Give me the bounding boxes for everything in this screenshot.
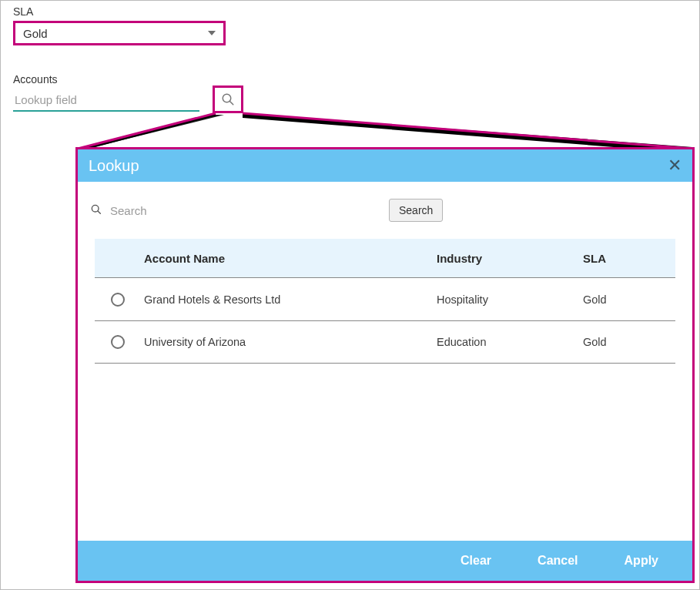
lookup-modal-header: Lookup ✕ [78, 149, 692, 182]
row-industry: Hospitality [437, 293, 583, 306]
lookup-search-button[interactable]: Search [389, 199, 443, 222]
lookup-search-wrap [95, 201, 380, 220]
accounts-label: Accounts [13, 73, 244, 85]
app-frame: SLA Gold Accounts Lookup ✕ [0, 0, 700, 590]
sla-label: SLA [13, 5, 229, 18]
row-radio-cell [95, 293, 141, 307]
lookup-results-grid: Account Name Industry SLA Grand Hotels &… [95, 239, 675, 364]
table-row[interactable]: University of Arizona Education Gold [95, 320, 675, 364]
search-icon [221, 92, 235, 106]
table-row[interactable]: Grand Hotels & Resorts Ltd Hospitality G… [95, 277, 675, 320]
lookup-modal-footer: Clear Cancel Apply [78, 541, 692, 581]
grid-header-name: Account Name [141, 252, 437, 265]
grid-header-sla: SLA [583, 252, 675, 265]
lookup-search-row: Search [95, 199, 675, 222]
accounts-lookup-input[interactable] [13, 89, 199, 112]
row-account-name: Grand Hotels & Resorts Ltd [141, 293, 437, 306]
chevron-down-icon [208, 31, 216, 35]
clear-button[interactable]: Clear [461, 554, 491, 568]
svg-marker-3 [78, 113, 216, 152]
sla-dropdown[interactable]: Gold [13, 21, 226, 45]
svg-line-6 [243, 113, 692, 149]
svg-line-1 [229, 101, 233, 105]
cancel-button[interactable]: Cancel [538, 554, 578, 568]
apply-button[interactable]: Apply [625, 554, 658, 568]
lookup-modal-title: Lookup [89, 157, 139, 175]
row-sla: Gold [583, 336, 675, 348]
grid-header-industry: Industry [437, 252, 583, 265]
row-radio-cell [95, 335, 141, 349]
row-account-name: University of Arizona [141, 336, 437, 348]
svg-marker-2 [78, 115, 224, 150]
accounts-lookup-search-button[interactable] [213, 85, 243, 113]
accounts-field-group: Accounts [13, 73, 244, 112]
lookup-modal: Lookup ✕ Search Account Name Indust [75, 147, 695, 583]
lookup-search-input[interactable] [95, 201, 260, 220]
grid-header-row: Account Name Industry SLA [95, 239, 675, 277]
row-sla: Gold [583, 293, 675, 306]
row-industry: Education [437, 336, 583, 348]
svg-line-5 [78, 113, 216, 149]
sla-field-group: SLA Gold [13, 5, 229, 45]
row-radio[interactable] [111, 335, 125, 349]
close-icon[interactable]: ✕ [668, 156, 682, 176]
lookup-modal-body: Search Account Name Industry SLA Grand H… [78, 182, 692, 541]
row-radio[interactable] [111, 293, 125, 307]
sla-value: Gold [23, 27, 48, 40]
